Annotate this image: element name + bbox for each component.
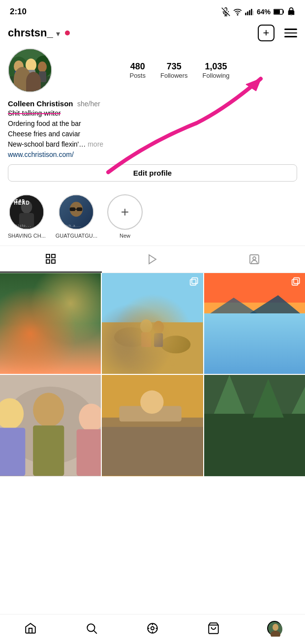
svg-marker-39 bbox=[149, 255, 156, 264]
svg-rect-19 bbox=[27, 70, 35, 84]
svg-point-75 bbox=[215, 338, 294, 346]
posts-label: Posts bbox=[129, 72, 146, 79]
dropdown-button[interactable]: ▾ bbox=[56, 28, 60, 38]
svg-point-45 bbox=[48, 289, 70, 311]
bio-line-2: Ordering food at the bar bbox=[8, 119, 297, 129]
svg-rect-35 bbox=[46, 254, 50, 258]
photo-cell-3[interactable] bbox=[0, 375, 101, 476]
highlight-label-2: GUATGUATGU... bbox=[56, 233, 97, 239]
search-icon bbox=[85, 622, 98, 635]
svg-point-60 bbox=[114, 327, 149, 347]
photo-cell-1[interactable] bbox=[102, 273, 203, 374]
nav-search[interactable] bbox=[79, 619, 104, 637]
content-tabs bbox=[0, 245, 305, 273]
add-content-button[interactable]: + bbox=[258, 25, 274, 41]
profile-avatar-nav bbox=[267, 621, 282, 636]
svg-point-20 bbox=[38, 61, 47, 72]
svg-rect-7 bbox=[251, 9, 252, 15]
photo-cell-0[interactable] bbox=[0, 273, 101, 374]
plus-icon: + bbox=[121, 205, 129, 219]
battery-percent: 64% bbox=[257, 8, 271, 16]
signal-icon bbox=[245, 8, 254, 15]
nav-reels[interactable] bbox=[140, 619, 165, 637]
highlight-circle-2: @back.a... bbox=[59, 194, 94, 230]
svg-point-96 bbox=[141, 391, 164, 414]
chevron-down-icon: ▾ bbox=[56, 29, 60, 38]
svg-rect-77 bbox=[235, 334, 242, 346]
bio-link[interactable]: www.cchristison.com/ bbox=[8, 151, 297, 158]
svg-point-64 bbox=[153, 321, 164, 334]
nav-home[interactable] bbox=[18, 619, 43, 637]
svg-point-49 bbox=[40, 299, 58, 316]
svg-point-47 bbox=[5, 312, 25, 332]
bio-pronoun: she/her bbox=[77, 100, 100, 108]
photo-cell-4[interactable] bbox=[102, 375, 203, 476]
tab-grid[interactable] bbox=[0, 246, 102, 273]
posts-count: 480 bbox=[130, 61, 145, 72]
svg-rect-42 bbox=[0, 273, 101, 374]
plus-icon: + bbox=[263, 28, 270, 38]
svg-rect-88 bbox=[33, 426, 64, 476]
shop-icon bbox=[207, 622, 220, 635]
notification-icon bbox=[287, 7, 295, 16]
svg-rect-63 bbox=[141, 332, 151, 347]
svg-point-24 bbox=[21, 200, 32, 213]
stat-posts[interactable]: 480 Posts bbox=[129, 61, 146, 79]
bio-section: Colleen Christison she/her Shit-talking … bbox=[8, 99, 297, 158]
svg-rect-94 bbox=[203, 427, 203, 476]
profile-top: 480 Posts 735 Followers 1,035 Following bbox=[8, 48, 297, 92]
battery-icon bbox=[274, 8, 284, 15]
edit-profile-button[interactable]: Edit profile bbox=[8, 164, 297, 182]
svg-rect-89 bbox=[77, 429, 101, 476]
svg-point-79 bbox=[269, 324, 277, 334]
nav-profile[interactable] bbox=[262, 619, 287, 637]
highlight-item-new[interactable]: + New bbox=[107, 194, 143, 239]
username: chrstsn_ bbox=[8, 27, 53, 39]
stat-following[interactable]: 1,035 Following bbox=[203, 61, 230, 79]
stat-followers[interactable]: 735 Followers bbox=[160, 61, 188, 79]
highlight-item-1[interactable]: HEAD @chlsto... SHAVING CH... bbox=[8, 194, 46, 239]
svg-point-50 bbox=[73, 302, 94, 323]
tab-tagged[interactable] bbox=[203, 246, 305, 273]
svg-line-78 bbox=[224, 335, 235, 337]
svg-rect-36 bbox=[52, 254, 55, 258]
photo-cell-2[interactable] bbox=[204, 273, 305, 374]
svg-point-61 bbox=[161, 336, 191, 353]
svg-rect-65 bbox=[154, 333, 163, 347]
svg-point-52 bbox=[16, 332, 33, 352]
svg-rect-37 bbox=[46, 260, 50, 263]
svg-rect-31 bbox=[70, 208, 75, 212]
svg-point-44 bbox=[30, 283, 49, 303]
svg-rect-6 bbox=[249, 10, 250, 16]
reels-icon bbox=[147, 253, 158, 265]
app-header: chrstsn_ ▾ + bbox=[0, 22, 305, 46]
photo-cell-5[interactable] bbox=[204, 375, 305, 476]
highlight-label-new: New bbox=[120, 233, 130, 239]
highlight-circle-1: HEAD @chlsto... bbox=[9, 194, 44, 230]
avatar bbox=[8, 48, 52, 92]
svg-rect-80 bbox=[270, 333, 276, 345]
avatar-container[interactable] bbox=[8, 48, 52, 92]
svg-rect-8 bbox=[253, 10, 254, 15]
bottom-navigation bbox=[0, 614, 305, 644]
menu-button[interactable] bbox=[284, 29, 297, 37]
svg-point-3 bbox=[237, 14, 238, 15]
svg-rect-67 bbox=[294, 278, 300, 284]
svg-line-103 bbox=[94, 631, 97, 634]
svg-rect-38 bbox=[52, 260, 55, 263]
highlight-item-2[interactable]: @back.a... GUATGUATGU... bbox=[56, 194, 97, 239]
nav-shop[interactable] bbox=[201, 619, 226, 637]
profile-stats: 480 Posts 735 Followers 1,035 Following bbox=[62, 61, 297, 79]
tagged-icon bbox=[248, 253, 260, 265]
svg-text:@chlsto...: @chlsto... bbox=[12, 224, 31, 228]
svg-rect-4 bbox=[245, 13, 246, 15]
svg-text:@back.a...: @back.a... bbox=[61, 224, 81, 228]
svg-rect-32 bbox=[77, 208, 82, 212]
bio-more[interactable]: more bbox=[88, 140, 103, 148]
svg-point-62 bbox=[140, 319, 152, 333]
svg-rect-87 bbox=[0, 428, 25, 476]
svg-rect-58 bbox=[102, 273, 203, 374]
svg-point-102 bbox=[87, 624, 94, 631]
tab-reels[interactable] bbox=[102, 246, 204, 273]
svg-point-46 bbox=[70, 286, 88, 304]
